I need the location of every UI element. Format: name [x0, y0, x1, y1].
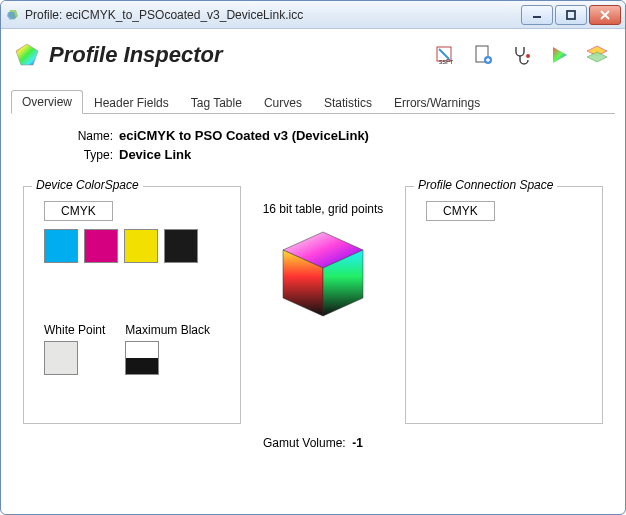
tool-play-icon[interactable] — [543, 39, 575, 71]
table-info-label: 16 bit table, grid points — [263, 202, 384, 216]
type-value: Device Link — [119, 147, 191, 162]
gamut-value: -1 — [352, 436, 363, 450]
pcs-group: Profile Connection Space CMYK — [405, 186, 603, 424]
tab-bar: Overview Header Fields Tag Table Curves … — [11, 89, 615, 114]
wp-mb-row: White Point Maximum Black — [44, 323, 230, 375]
tool-layers-icon[interactable] — [581, 39, 613, 71]
name-label: Name: — [63, 129, 113, 143]
white-point-col: White Point — [44, 323, 105, 375]
tab-statistics[interactable]: Statistics — [313, 91, 383, 114]
maximize-button[interactable] — [555, 5, 587, 25]
swatch-yellow — [124, 229, 158, 263]
tool-stethoscope-icon[interactable] — [505, 39, 537, 71]
app-icon — [13, 41, 41, 69]
gamut-label: Gamut Volume: — [263, 436, 346, 450]
svg-marker-6 — [16, 44, 38, 65]
max-black-label: Maximum Black — [125, 323, 210, 337]
tab-header-fields[interactable]: Header Fields — [83, 91, 180, 114]
panels-row: Device ColorSpace CMYK White Point Maxim… — [23, 180, 603, 424]
max-black-top — [126, 342, 158, 358]
swatch-max-black — [125, 341, 159, 375]
window-icon — [5, 7, 21, 23]
app-title: Profile Inspector — [49, 42, 223, 68]
tab-errors-warnings[interactable]: Errors/Warnings — [383, 91, 491, 114]
tab-curves[interactable]: Curves — [253, 91, 313, 114]
svg-marker-14 — [587, 52, 607, 62]
gamut-volume-row: Gamut Volume: -1 — [23, 436, 603, 450]
device-colorspace-legend: Device ColorSpace — [32, 178, 143, 192]
swatch-magenta — [84, 229, 118, 263]
max-black-bottom — [126, 358, 158, 374]
svg-text:ssPr: ssPr — [439, 58, 454, 65]
info-row-name: Name: eciCMYK to PSO Coated v3 (DeviceLi… — [63, 128, 603, 143]
type-label: Type: — [63, 148, 113, 162]
cmyk-swatch-row — [44, 229, 230, 263]
tab-overview[interactable]: Overview — [11, 90, 83, 114]
pcs-model-box: CMYK — [426, 201, 495, 221]
close-button[interactable] — [589, 5, 621, 25]
name-value: eciCMYK to PSO Coated v3 (DeviceLink) — [119, 128, 369, 143]
center-column: 16 bit table, grid points — [251, 180, 395, 322]
svg-marker-12 — [553, 47, 567, 63]
swatch-black — [164, 229, 198, 263]
swatch-cyan — [44, 229, 78, 263]
minimize-button[interactable] — [521, 5, 553, 25]
white-point-label: White Point — [44, 323, 105, 337]
svg-rect-3 — [567, 11, 575, 19]
device-model-box: CMYK — [44, 201, 113, 221]
svg-point-11 — [526, 54, 530, 58]
window-frame: Profile: eciCMYK_to_PSOcoated_v3_DeviceL… — [0, 0, 626, 515]
tab-tag-table[interactable]: Tag Table — [180, 91, 253, 114]
device-colorspace-group: Device ColorSpace CMYK White Point Maxim… — [23, 186, 241, 424]
titlebar[interactable]: Profile: eciCMYK_to_PSOcoated_v3_DeviceL… — [1, 1, 625, 29]
window-title: Profile: eciCMYK_to_PSOcoated_v3_DeviceL… — [25, 8, 521, 22]
pcs-legend: Profile Connection Space — [414, 178, 557, 192]
tool-ss-pr-icon[interactable]: ssPr — [429, 39, 461, 71]
window-controls — [521, 5, 621, 25]
tab-content: Name: eciCMYK to PSO Coated v3 (DeviceLi… — [1, 114, 625, 450]
swatch-white-point — [44, 341, 78, 375]
max-black-col: Maximum Black — [125, 323, 210, 375]
color-cube-icon — [275, 226, 371, 322]
toolbar: ssPr — [429, 39, 613, 71]
app-header: Profile Inspector ssPr — [1, 29, 625, 77]
tool-document-icon[interactable] — [467, 39, 499, 71]
info-row-type: Type: Device Link — [63, 147, 603, 162]
